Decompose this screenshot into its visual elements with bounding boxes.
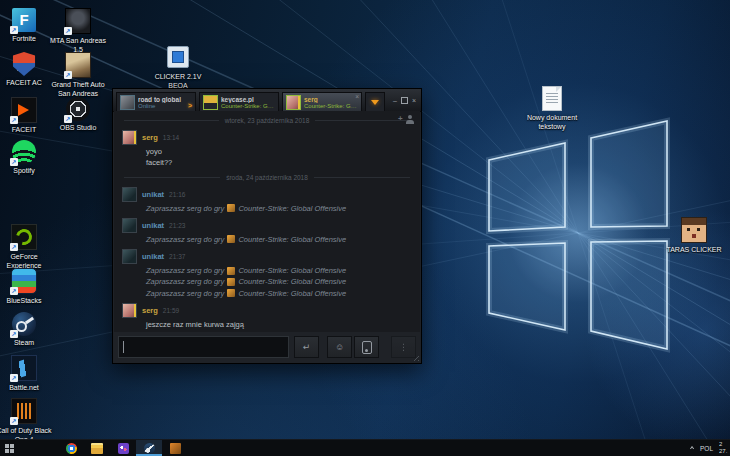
game-invite-line: Zapraszasz serg do gryCounter-Strike: Gl… — [122, 203, 412, 214]
tab-close-button[interactable]: × — [355, 93, 359, 100]
message-timestamp: 13:14 — [163, 134, 179, 141]
invite-friend-button[interactable]: + — [398, 115, 414, 126]
shortcut-arrow-overlay: ↗ — [64, 115, 72, 123]
shortcut-arrow-overlay: ↗ — [10, 287, 18, 295]
taskbar: ^ POL 2 27. — [0, 439, 730, 456]
message-timestamp: 21:16 — [169, 191, 185, 198]
shortcut-arrow-overlay: ↗ — [64, 71, 72, 79]
desktop-icon-geforce-experience[interactable]: ↗GeForce Experience — [0, 224, 52, 270]
desktop-icon-steam[interactable]: ↗Steam — [0, 312, 52, 347]
desktop-icon-clicker-beqa[interactable]: CLICKER 2.1V BEQA — [150, 44, 206, 90]
date-divider: wtorek, 23 października 2018 — [114, 113, 420, 127]
taskbar-item-purple[interactable] — [110, 440, 136, 456]
message-input[interactable] — [118, 336, 289, 358]
chat-message: serg21:59jeszcze raz mnie kurwa zajgą — [114, 300, 420, 331]
language-indicator[interactable]: POL — [700, 445, 713, 452]
start-button[interactable] — [0, 440, 24, 456]
steam-icon: ↗ — [12, 312, 36, 336]
purple-icon — [118, 443, 129, 454]
message-author: serg — [142, 306, 158, 315]
shortcut-arrow-overlay: ↗ — [10, 158, 18, 166]
gta-san-andreas-icon: ↗ — [65, 52, 91, 78]
faceit-icon: ↗ — [11, 97, 37, 123]
chat-input-row: ↵ ☺ ⋮ — [118, 336, 416, 358]
invite-game-name: Counter-Strike: Global Offensive — [238, 288, 346, 299]
desktop-icon-spotify[interactable]: ↗Spotify — [0, 140, 52, 175]
chat-tab-1[interactable]: road to globalOnline> — [116, 92, 196, 111]
unikat-avatar — [122, 187, 137, 202]
shortcut-arrow-overlay: ↗ — [10, 26, 18, 34]
screenshot-button[interactable] — [354, 336, 379, 358]
send-button[interactable]: ↵ — [294, 336, 319, 358]
desktop-icon-gta-san-andreas[interactable]: ↗Grand Theft Auto San Andreas — [50, 52, 106, 98]
chat-tab-3[interactable]: sergCounter-Strike: Global Offensive× — [282, 92, 362, 111]
tab-status: Counter-Strike: Global Offensive — [304, 103, 358, 109]
desktop-icon-cod-black-ops-4[interactable]: ↗Call of Duty Black Ops 4 — [0, 398, 52, 444]
shortcut-arrow-overlay: ↗ — [10, 330, 18, 338]
new-text-document-icon — [542, 86, 562, 111]
desktop-icon-label: Spotify — [13, 166, 34, 175]
maximize-button[interactable] — [401, 97, 408, 104]
desktop-icon-fortnite[interactable]: F↗Fortnite — [0, 8, 52, 43]
desktop-icon-new-text-document[interactable]: Nowy dokument tekstowy — [524, 86, 580, 131]
message-text: jeszcze raz mnie kurwa zajgą — [122, 319, 412, 330]
desktop-screen: F↗Fortnite↗MTA San Andreas 1.5↗FACEIT AC… — [0, 0, 730, 456]
taskbar-item-steam[interactable] — [136, 440, 162, 456]
chat-tab-2[interactable]: keycase.plCounter-Strike: Global Offensi… — [199, 92, 279, 111]
chat-tab-strip: road to globalOnline>keycase.plCounter-S… — [113, 89, 362, 111]
bluestacks-icon: ↗ — [11, 268, 37, 294]
shortcut-arrow-overlay: ↗ — [10, 70, 18, 78]
taskbar-item-explorer[interactable] — [84, 440, 110, 456]
message-author: unikat — [142, 190, 164, 199]
desktop-icon-faceit-ac[interactable]: ↗FACEIT AC — [0, 52, 52, 87]
taskbar-item-chrome[interactable] — [58, 440, 84, 456]
minimize-button[interactable]: – — [393, 97, 397, 104]
serg-avatar — [122, 130, 137, 145]
faceit-ac-icon: ↗ — [12, 52, 36, 76]
serg-avatar — [286, 95, 301, 110]
desktop-icon-taras-clicker[interactable]: TARAS CLICKER — [666, 217, 722, 254]
tab-status: Online — [138, 103, 192, 109]
message-text: faceit?? — [122, 157, 412, 168]
close-button[interactable]: × — [412, 97, 416, 104]
emoticon-button[interactable]: ☺ — [327, 336, 352, 358]
hidden-icons-chevron[interactable]: ^ — [690, 445, 694, 450]
taskbar-item-csgo[interactable] — [162, 440, 188, 456]
obs-studio-icon: ↗ — [66, 97, 90, 121]
game-invite-line: Zapraszasz serg do gryCounter-Strike: Gl… — [122, 234, 412, 245]
tab-title: road to global — [138, 96, 192, 103]
chat-title-bar[interactable]: road to globalOnline>keycase.plCounter-S… — [113, 89, 421, 112]
desktop-icon-label: BlueStacks — [6, 296, 41, 305]
desktop-icon-bluestacks[interactable]: ↗BlueStacks — [0, 268, 52, 305]
desktop-icon-mta-san-andreas[interactable]: ↗MTA San Andreas 1.5 — [50, 8, 106, 54]
message-author: serg — [142, 133, 158, 142]
windows-logo-icon — [5, 444, 9, 448]
enter-icon: ↵ — [303, 342, 311, 352]
desktop-icon-obs-studio[interactable]: ↗OBS Studio — [50, 97, 106, 132]
desktop-icon-label: FACEIT AC — [6, 78, 42, 87]
more-chats-button[interactable] — [365, 92, 385, 111]
options-icon: ⋮ — [399, 342, 408, 352]
unread-indicator: > — [188, 102, 192, 109]
unikat-avatar — [122, 249, 137, 264]
chevron-down-icon — [371, 100, 379, 105]
message-author: unikat — [142, 221, 164, 230]
chat-message: unikat22:16Zapraszasz serg do gryCounter… — [114, 331, 420, 332]
fortnite-icon: F↗ — [12, 8, 36, 32]
invite-text: Zapraszasz serg do gry — [146, 234, 224, 245]
taskbar-clock[interactable]: 2 27. — [719, 441, 728, 455]
shortcut-arrow-overlay: ↗ — [64, 27, 72, 35]
options-button[interactable]: ⋮ — [391, 336, 416, 358]
invite-game-name: Counter-Strike: Global Offensive — [238, 203, 346, 214]
serg-avatar — [122, 303, 137, 318]
message-author: unikat — [142, 252, 164, 261]
cod-black-ops-4-icon: ↗ — [11, 398, 37, 424]
desktop-icon-faceit[interactable]: ↗FACEIT — [0, 97, 52, 134]
battle-net-icon: ↗ — [11, 355, 37, 381]
message-timestamp: 21:37 — [169, 253, 185, 260]
desktop-icon-battle-net[interactable]: ↗Battle.net — [0, 355, 52, 392]
desktop-icon-label: FACEIT — [12, 125, 37, 134]
chat-message: serg13:14yoyofaceit?? — [114, 127, 420, 170]
add-person-icon: + — [398, 114, 403, 123]
csgo-game-icon — [227, 235, 235, 243]
